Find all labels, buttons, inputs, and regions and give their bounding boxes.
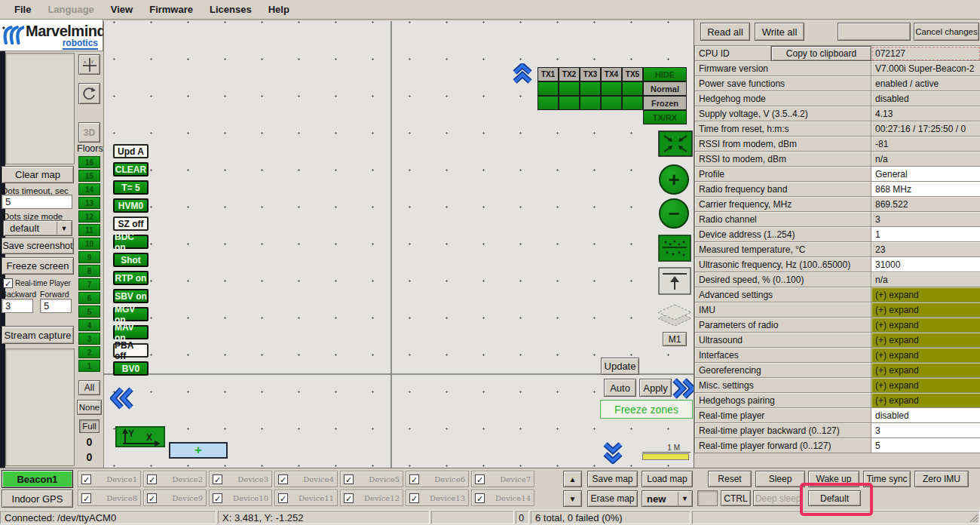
floor-button-7[interactable]: 7 [78,278,100,290]
floor-button-1[interactable]: 1 [78,360,100,372]
tx-frozen-button[interactable]: Frozen [643,96,687,110]
map-mode-button-mav-on[interactable]: MAV on [113,325,149,339]
property-value[interactable]: (+) expand [871,363,980,378]
wake-up-button[interactable]: Wake up [808,471,859,487]
menu-file[interactable]: File [6,4,39,15]
device-toggle-device13[interactable]: ✓Device13 [406,490,469,506]
checkbox-icon[interactable]: ✓ [213,493,222,503]
map-mode-button-sz-off[interactable]: SZ off [113,216,149,231]
load-map-button[interactable]: Load map [642,471,693,487]
map-mode-button-mgv-on[interactable]: MGV on [113,307,149,321]
checkbox-icon[interactable]: ✓ [344,474,354,484]
cancel-changes-button[interactable]: Cancel changes [914,23,979,41]
device-toggle-device9[interactable]: ✓Device9 [143,490,207,506]
device-toggle-device7[interactable]: ✓Device7 [471,471,534,487]
auto-button[interactable]: Auto [604,379,636,397]
dots-display-button[interactable] [658,235,691,262]
upload-to-beacon-button[interactable] [658,267,691,295]
device-toggle-device12[interactable]: ✓Device12 [340,490,403,506]
clear-map-button[interactable]: Clear map [2,166,74,183]
floor-button-6[interactable]: 6 [78,292,100,304]
erase-map-button[interactable]: Erase map [587,490,638,507]
dropdown-arrow-icon[interactable]: ▼ [57,222,71,235]
floor-button-15[interactable]: 15 [78,170,100,182]
floor-button-10[interactable]: 10 [78,238,100,250]
indoor-gps-tab[interactable]: Indoor GPS [2,490,73,508]
property-value[interactable]: General [871,167,980,182]
checkbox-icon[interactable]: ✓ [344,493,354,503]
collapse-down-icon[interactable] [602,441,623,464]
map-mode-button-bv0[interactable]: BV0 [113,361,149,376]
property-value[interactable]: disabled [871,408,980,423]
property-value[interactable]: (+) expand [871,287,980,302]
map-mode-button-clear[interactable]: CLEAR [113,162,149,177]
device-toggle-device8[interactable]: ✓Device8 [78,490,141,506]
freeze-screen-button[interactable]: Freeze screen [2,257,74,275]
tx-cell[interactable] [580,81,601,96]
default-button[interactable]: Default [808,490,861,506]
freeze-zones-button[interactable]: Freeze zones [600,400,693,419]
floor-button-8[interactable]: 8 [78,265,100,277]
map-canvas[interactable]: TX1TX2TX3TX4TX5HIDENormalFrozenTX/RX Upd… [103,21,694,468]
map-mode-button-sbv-on[interactable]: SBV on [113,289,149,303]
fit-map-button[interactable] [658,130,693,157]
map-select[interactable]: new ▼ [642,490,693,507]
device-toggle-device6[interactable]: ✓Device6 [406,471,469,487]
tx-cell[interactable] [622,81,643,96]
apply-button[interactable]: Apply [639,379,672,397]
time-sync-button[interactable]: Time sync [863,471,911,487]
map-mode-button-rtp-on[interactable]: RTP on [113,271,149,285]
property-value[interactable]: (+) expand [871,318,980,333]
floor-button-12[interactable]: 12 [78,210,100,223]
zoom-out-button[interactable]: − [659,198,689,229]
floors-full-button[interactable]: Full [79,419,100,433]
tx-cell[interactable] [537,81,559,96]
map-mode-button-hvm0[interactable]: HVM0 [113,198,149,213]
checkbox-icon[interactable]: ✓ [409,474,419,484]
checkbox-icon[interactable]: ✓ [81,474,91,484]
property-value[interactable]: (+) expand [871,333,980,348]
sleep-button[interactable]: Sleep [755,471,805,487]
menu-licenses[interactable]: Licenses [201,4,260,15]
save-map-button[interactable]: Save map [587,471,638,487]
floor-button-16[interactable]: 16 [78,156,100,168]
menu-help[interactable]: Help [260,4,298,15]
stream-capture-button[interactable]: Stream capture [2,326,74,344]
property-value[interactable]: (+) expand [871,378,980,393]
dropdown-arrow-icon[interactable]: ▼ [678,492,691,505]
property-value[interactable]: 868 MHz [871,182,980,197]
ctrl-button[interactable]: CTRL [721,490,751,506]
realtime-player-toggle[interactable]: ✓ Real-time Player [3,278,71,288]
map-mode-button-t-5[interactable]: T= 5 [113,180,149,195]
tx-cell[interactable] [601,96,622,110]
checkbox-icon[interactable]: ✓ [475,493,485,503]
map-mode-button-pba-off[interactable]: PBA off [113,343,149,358]
property-value[interactable]: 5 [871,438,980,453]
resize-grip-icon[interactable] [968,512,978,523]
tx-cell[interactable] [601,81,622,96]
floor-button-9[interactable]: 9 [78,251,100,263]
tx-cell[interactable] [622,96,643,110]
layers-button[interactable] [657,303,693,330]
checkbox-icon[interactable]: ✓ [147,493,157,503]
tx-hide-button[interactable]: HIDE [643,67,687,81]
property-value[interactable]: 3 [871,423,980,438]
update-button[interactable]: Update [601,358,639,375]
scroll-down-button[interactable]: ▼ [563,490,582,507]
scroll-up-button[interactable]: ▲ [563,471,582,487]
checkbox-icon[interactable]: ✓ [278,474,288,484]
menu-language[interactable]: Language [39,4,102,15]
rotate-view-button[interactable] [78,83,100,104]
dots-size-select[interactable]: default ▼ [3,220,72,236]
three-d-button[interactable]: 3D [78,122,100,143]
write-all-button[interactable]: Write all [755,23,804,41]
menu-firmware[interactable]: Firmware [141,4,201,15]
tx-cell[interactable] [537,96,559,110]
checkbox-icon[interactable]: ✓ [81,493,91,503]
property-value[interactable]: (+) expand [871,348,980,363]
device-toggle-device5[interactable]: ✓Device5 [340,471,403,487]
floor-button-5[interactable]: 5 [78,305,100,318]
property-value[interactable]: 1 [871,227,980,242]
axis-reset-button[interactable]: xy [78,54,100,75]
forward-input[interactable]: 5 [40,299,72,313]
